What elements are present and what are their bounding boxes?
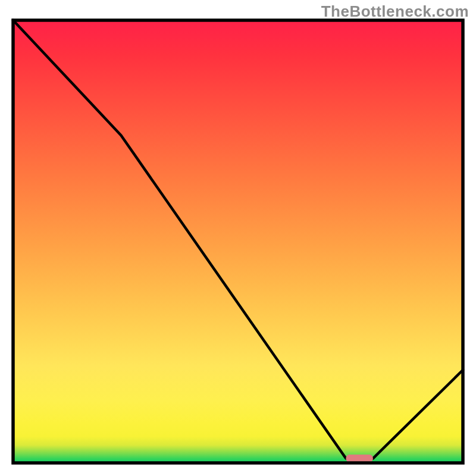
gradient-background (13, 20, 463, 463)
plot-area (13, 20, 463, 463)
bottleneck-chart (0, 0, 476, 476)
optimal-marker (346, 455, 372, 462)
chart-frame: TheBottleneck.com (0, 0, 476, 476)
